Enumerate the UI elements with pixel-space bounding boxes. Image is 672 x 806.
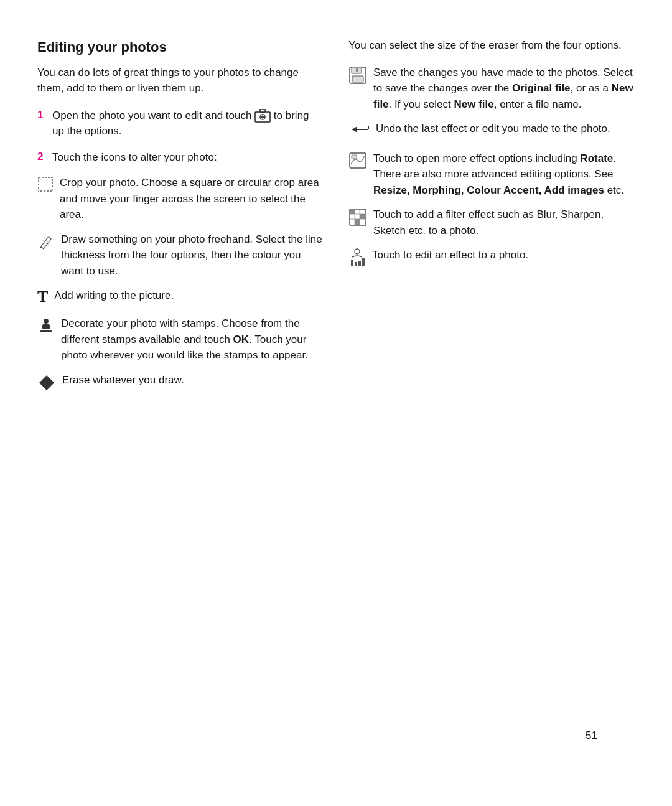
step-2-num: 2: [37, 149, 47, 165]
svg-marker-10: [39, 375, 54, 390]
svg-rect-14: [356, 68, 358, 72]
crop-icon: [37, 176, 54, 192]
eraser-block: Erase whatever you draw.: [37, 372, 324, 397]
eraser-text: Erase whatever you draw.: [62, 372, 184, 388]
eraser-icon-wrap: [37, 373, 56, 397]
page-number: 51: [586, 728, 597, 744]
filter-text: Touch to add a filter effect such as Blu…: [373, 207, 635, 238]
undo-block: Undo the last effect or edit you made to…: [348, 121, 635, 142]
effects-text: Touch to open more effect options includ…: [373, 151, 635, 199]
pencil-text: Draw something on your photo freehand. S…: [61, 232, 324, 279]
crop-block: Crop your photo. Choose a square or circ…: [37, 175, 324, 223]
svg-point-7: [44, 319, 49, 324]
left-column: Editing your photos You can do lots of g…: [37, 37, 324, 405]
step-1: 1 Open the photo you want to edit and to…: [37, 108, 324, 139]
save-text: Save the changes you have made to the ph…: [373, 65, 635, 113]
save-icon: [348, 66, 367, 85]
eraser-icon: [37, 373, 56, 392]
step-2: 2 Touch the icons to alter your photo:: [37, 149, 324, 166]
edit-effect-text: Touch to edit an effect to a photo.: [372, 247, 528, 263]
effects-block: Touch to open more effect options includ…: [348, 151, 635, 199]
svg-rect-32: [362, 258, 365, 266]
undo-icon-wrap: [348, 122, 370, 142]
filter-icon-wrap: [348, 208, 367, 232]
crop-text: Crop your photo. Choose a square or circ…: [60, 175, 324, 223]
stamp-block: Decorate your photo with stamps. Choose …: [37, 316, 324, 363]
stamp-icon: [37, 317, 55, 334]
crop-icon-wrap: [37, 176, 54, 197]
save-block: Save the changes you have made to the ph…: [348, 65, 635, 113]
svg-rect-19: [352, 155, 357, 159]
effects-icon-wrap: [348, 152, 367, 174]
camera-icon: [254, 109, 271, 123]
text-t-icon-wrap: T: [37, 289, 48, 307]
svg-rect-26: [360, 214, 366, 219]
step-2-content: Touch the icons to alter your photo:: [52, 149, 217, 166]
pencil-icon-wrap: [37, 233, 55, 255]
step-1-content: Open the photo you want to edit and touc…: [52, 108, 324, 139]
right-intro: You can select the size of the eraser fr…: [348, 37, 635, 54]
svg-point-28: [355, 249, 360, 254]
step-1-num: 1: [37, 108, 47, 123]
page-wrapper: Editing your photos You can do lots of g…: [37, 37, 635, 769]
stamp-icon-wrap: [37, 317, 55, 339]
svg-rect-25: [350, 209, 355, 214]
svg-rect-9: [40, 330, 52, 332]
filter-icon: [348, 208, 367, 227]
svg-marker-16: [352, 126, 357, 133]
svg-rect-27: [355, 219, 360, 225]
pencil-icon: [37, 233, 55, 250]
svg-rect-4: [39, 177, 52, 191]
svg-rect-30: [355, 262, 357, 266]
svg-rect-8: [42, 324, 50, 329]
page-heading: Editing your photos: [37, 37, 324, 57]
effects-icon: [348, 152, 367, 169]
steps-list: 1 Open the photo you want to edit and to…: [37, 108, 324, 166]
svg-rect-31: [358, 261, 361, 266]
edit-effect-icon: [348, 248, 366, 268]
edit-effect-icon-wrap: [348, 248, 366, 273]
svg-rect-13: [352, 76, 363, 82]
pencil-block: Draw something on your photo freehand. S…: [37, 232, 324, 279]
stamp-text: Decorate your photo with stamps. Choose …: [61, 316, 324, 363]
intro-text: You can do lots of great things to your …: [37, 65, 324, 96]
save-icon-wrap: [348, 66, 367, 90]
text-t-text: Add writing to the picture.: [54, 288, 174, 304]
svg-marker-1: [259, 110, 266, 112]
edit-effect-block: Touch to edit an effect to a photo.: [348, 247, 635, 273]
right-column: You can select the size of the eraser fr…: [348, 37, 635, 405]
svg-point-3: [261, 116, 264, 118]
text-t-icon: T: [37, 289, 48, 305]
filter-block: Touch to add a filter effect such as Blu…: [348, 207, 635, 238]
svg-rect-29: [351, 260, 353, 266]
undo-icon: [348, 122, 370, 137]
page-layout: Editing your photos You can do lots of g…: [37, 37, 635, 405]
undo-text: Undo the last effect or edit you made to…: [376, 121, 610, 137]
text-icon-block: T Add writing to the picture.: [37, 288, 324, 307]
